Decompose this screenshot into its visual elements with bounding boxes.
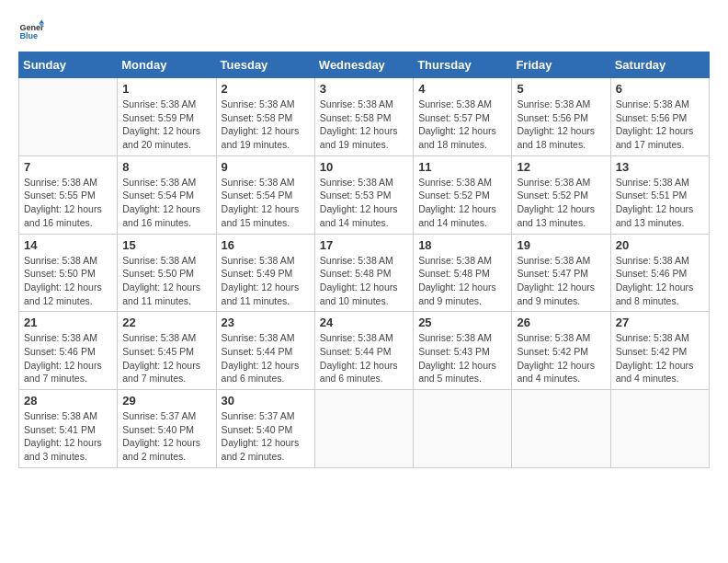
- table-row: 24Sunrise: 5:38 AM Sunset: 5:44 PM Dayli…: [314, 312, 413, 390]
- svg-text:Blue: Blue: [19, 31, 38, 40]
- svg-marker-2: [39, 19, 44, 23]
- day-number: 18: [418, 238, 506, 252]
- day-number: 12: [517, 160, 605, 174]
- col-tuesday: Tuesday: [216, 52, 314, 78]
- table-row: 8Sunrise: 5:38 AM Sunset: 5:54 PM Daylig…: [118, 155, 216, 234]
- table-row: 22Sunrise: 5:38 AM Sunset: 5:45 PM Dayli…: [118, 312, 216, 390]
- day-info: Sunrise: 5:38 AM Sunset: 5:49 PM Dayligh…: [222, 254, 310, 308]
- day-info: Sunrise: 5:37 AM Sunset: 5:40 PM Dayligh…: [222, 409, 310, 464]
- table-row: 25Sunrise: 5:38 AM Sunset: 5:43 PM Dayli…: [414, 312, 512, 390]
- day-number: 20: [616, 238, 704, 252]
- day-number: 8: [122, 160, 210, 174]
- day-info: Sunrise: 5:38 AM Sunset: 5:47 PM Dayligh…: [517, 254, 605, 308]
- calendar-table: Sunday Monday Tuesday Wednesday Thursday…: [18, 52, 710, 468]
- calendar-week-row: 21Sunrise: 5:38 AM Sunset: 5:46 PM Dayli…: [19, 312, 710, 390]
- day-number: 28: [24, 394, 112, 408]
- table-row: 7Sunrise: 5:38 AM Sunset: 5:55 PM Daylig…: [19, 155, 118, 234]
- table-row: [610, 390, 709, 468]
- day-number: 6: [616, 82, 704, 96]
- col-wednesday: Wednesday: [314, 52, 413, 78]
- table-row: 6Sunrise: 5:38 AM Sunset: 5:56 PM Daylig…: [610, 78, 709, 156]
- day-info: Sunrise: 5:38 AM Sunset: 5:50 PM Dayligh…: [24, 254, 112, 308]
- day-number: 7: [24, 160, 112, 174]
- logo: General Blue: [18, 18, 44, 44]
- day-info: Sunrise: 5:38 AM Sunset: 5:42 PM Dayligh…: [616, 331, 704, 385]
- table-row: 17Sunrise: 5:38 AM Sunset: 5:48 PM Dayli…: [314, 234, 413, 312]
- day-info: Sunrise: 5:38 AM Sunset: 5:44 PM Dayligh…: [320, 331, 408, 385]
- day-info: Sunrise: 5:38 AM Sunset: 5:56 PM Dayligh…: [616, 98, 704, 152]
- day-number: 26: [517, 316, 605, 329]
- calendar-header-row: Sunday Monday Tuesday Wednesday Thursday…: [19, 52, 710, 78]
- col-friday: Friday: [512, 52, 610, 78]
- table-row: 1Sunrise: 5:38 AM Sunset: 5:59 PM Daylig…: [118, 78, 216, 156]
- day-info: Sunrise: 5:38 AM Sunset: 5:48 PM Dayligh…: [320, 254, 408, 308]
- day-info: Sunrise: 5:38 AM Sunset: 5:45 PM Dayligh…: [122, 331, 210, 385]
- day-number: 30: [222, 394, 310, 408]
- table-row: 9Sunrise: 5:38 AM Sunset: 5:54 PM Daylig…: [216, 155, 314, 234]
- table-row: 20Sunrise: 5:38 AM Sunset: 5:46 PM Dayli…: [610, 234, 709, 312]
- calendar-week-row: 14Sunrise: 5:38 AM Sunset: 5:50 PM Dayli…: [19, 234, 710, 312]
- day-number: 14: [24, 238, 112, 252]
- table-row: 19Sunrise: 5:38 AM Sunset: 5:47 PM Dayli…: [512, 234, 610, 312]
- day-info: Sunrise: 5:38 AM Sunset: 5:58 PM Dayligh…: [222, 98, 310, 152]
- day-info: Sunrise: 5:38 AM Sunset: 5:42 PM Dayligh…: [517, 331, 605, 385]
- day-info: Sunrise: 5:38 AM Sunset: 5:58 PM Dayligh…: [320, 98, 408, 152]
- table-row: [512, 390, 610, 468]
- table-row: 2Sunrise: 5:38 AM Sunset: 5:58 PM Daylig…: [216, 78, 314, 156]
- day-number: 16: [222, 238, 310, 252]
- day-number: 15: [122, 238, 210, 252]
- table-row: 30Sunrise: 5:37 AM Sunset: 5:40 PM Dayli…: [216, 390, 314, 468]
- day-info: Sunrise: 5:37 AM Sunset: 5:40 PM Dayligh…: [122, 409, 210, 464]
- day-info: Sunrise: 5:38 AM Sunset: 5:59 PM Dayligh…: [122, 98, 210, 152]
- day-info: Sunrise: 5:38 AM Sunset: 5:52 PM Dayligh…: [418, 176, 506, 230]
- day-info: Sunrise: 5:38 AM Sunset: 5:51 PM Dayligh…: [616, 176, 704, 230]
- table-row: 14Sunrise: 5:38 AM Sunset: 5:50 PM Dayli…: [19, 234, 118, 312]
- day-info: Sunrise: 5:38 AM Sunset: 5:57 PM Dayligh…: [418, 98, 506, 152]
- table-row: 21Sunrise: 5:38 AM Sunset: 5:46 PM Dayli…: [19, 312, 118, 390]
- table-row: 10Sunrise: 5:38 AM Sunset: 5:53 PM Dayli…: [314, 155, 413, 234]
- table-row: 23Sunrise: 5:38 AM Sunset: 5:44 PM Dayli…: [216, 312, 314, 390]
- day-number: 10: [320, 160, 408, 174]
- table-row: 13Sunrise: 5:38 AM Sunset: 5:51 PM Dayli…: [610, 155, 709, 234]
- table-row: 27Sunrise: 5:38 AM Sunset: 5:42 PM Dayli…: [610, 312, 709, 390]
- day-number: 3: [320, 82, 408, 96]
- col-monday: Monday: [118, 52, 216, 78]
- day-number: 19: [517, 238, 605, 252]
- day-info: Sunrise: 5:38 AM Sunset: 5:52 PM Dayligh…: [517, 176, 605, 230]
- day-info: Sunrise: 5:38 AM Sunset: 5:55 PM Dayligh…: [24, 176, 112, 230]
- col-sunday: Sunday: [19, 52, 118, 78]
- day-info: Sunrise: 5:38 AM Sunset: 5:54 PM Dayligh…: [122, 176, 210, 230]
- day-number: 11: [418, 160, 506, 174]
- logo-icon: General Blue: [18, 18, 44, 44]
- day-number: 17: [320, 238, 408, 252]
- day-number: 24: [320, 316, 408, 329]
- table-row: 16Sunrise: 5:38 AM Sunset: 5:49 PM Dayli…: [216, 234, 314, 312]
- table-row: [314, 390, 413, 468]
- table-row: 18Sunrise: 5:38 AM Sunset: 5:48 PM Dayli…: [414, 234, 512, 312]
- day-number: 2: [222, 82, 310, 96]
- table-row: 3Sunrise: 5:38 AM Sunset: 5:58 PM Daylig…: [314, 78, 413, 156]
- table-row: 11Sunrise: 5:38 AM Sunset: 5:52 PM Dayli…: [414, 155, 512, 234]
- day-info: Sunrise: 5:38 AM Sunset: 5:44 PM Dayligh…: [222, 331, 310, 385]
- table-row: 15Sunrise: 5:38 AM Sunset: 5:50 PM Dayli…: [118, 234, 216, 312]
- day-info: Sunrise: 5:38 AM Sunset: 5:50 PM Dayligh…: [122, 254, 210, 308]
- day-number: 4: [418, 82, 506, 96]
- table-row: 12Sunrise: 5:38 AM Sunset: 5:52 PM Dayli…: [512, 155, 610, 234]
- day-number: 21: [24, 316, 112, 329]
- day-number: 29: [122, 394, 210, 408]
- day-info: Sunrise: 5:38 AM Sunset: 5:54 PM Dayligh…: [222, 176, 310, 230]
- day-number: 13: [616, 160, 704, 174]
- day-info: Sunrise: 5:38 AM Sunset: 5:48 PM Dayligh…: [418, 254, 506, 308]
- table-row: [19, 78, 118, 156]
- page-header: General Blue: [18, 18, 710, 44]
- table-row: 28Sunrise: 5:38 AM Sunset: 5:41 PM Dayli…: [19, 390, 118, 468]
- day-info: Sunrise: 5:38 AM Sunset: 5:53 PM Dayligh…: [320, 176, 408, 230]
- day-number: 27: [616, 316, 704, 329]
- table-row: 29Sunrise: 5:37 AM Sunset: 5:40 PM Dayli…: [118, 390, 216, 468]
- day-number: 22: [122, 316, 210, 329]
- day-number: 5: [517, 82, 605, 96]
- table-row: [414, 390, 512, 468]
- calendar-week-row: 28Sunrise: 5:38 AM Sunset: 5:41 PM Dayli…: [19, 390, 710, 468]
- day-info: Sunrise: 5:38 AM Sunset: 5:41 PM Dayligh…: [24, 409, 112, 464]
- day-number: 23: [222, 316, 310, 329]
